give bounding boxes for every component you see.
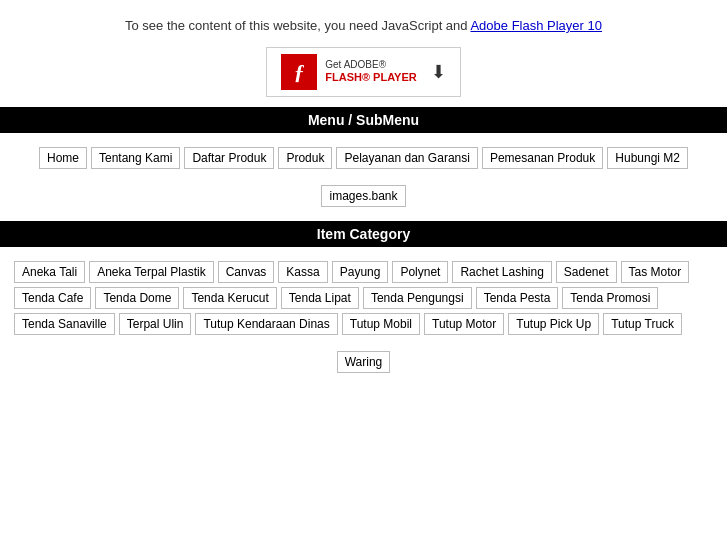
cat-tenda-promosi[interactable]: Tenda Promosi — [562, 287, 658, 309]
menu-item-pemesanan[interactable]: Pemesanan Produk — [482, 147, 603, 169]
category-items-area: Aneka Tali Aneka Terpal Plastik Canvas K… — [0, 251, 727, 345]
cat-waring[interactable]: Waring — [337, 351, 391, 373]
cat-canvas[interactable]: Canvas — [218, 261, 275, 283]
cat-tutup-mobil[interactable]: Tutup Mobil — [342, 313, 420, 335]
flash-icon: ƒ — [281, 54, 317, 90]
menu-items-area: Home Tentang Kami Daftar Produk Produk P… — [0, 137, 727, 179]
menu-header: Menu / SubMenu — [0, 107, 727, 133]
flash-player-label: FLASH® PLAYER — [325, 71, 416, 84]
cat-payung[interactable]: Payung — [332, 261, 389, 283]
cat-tutup-pick-up[interactable]: Tutup Pick Up — [508, 313, 599, 335]
cat-tenda-dome[interactable]: Tenda Dome — [95, 287, 179, 309]
cat-aneka-terpal[interactable]: Aneka Terpal Plastik — [89, 261, 214, 283]
cat-tutup-truck[interactable]: Tutup Truck — [603, 313, 682, 335]
menu-item-pelayanan[interactable]: Pelayanan dan Garansi — [336, 147, 477, 169]
cat-kassa[interactable]: Kassa — [278, 261, 327, 283]
cat-tenda-sanaville[interactable]: Tenda Sanaville — [14, 313, 115, 335]
cat-tenda-cafe[interactable]: Tenda Cafe — [14, 287, 91, 309]
flash-download-box[interactable]: ƒ Get ADOBE® FLASH® PLAYER ⬇ — [266, 47, 460, 97]
top-text: To see the content of this website, you … — [125, 18, 470, 33]
cat-tutup-motor[interactable]: Tutup Motor — [424, 313, 504, 335]
flash-text: Get ADOBE® FLASH® PLAYER — [325, 59, 416, 84]
cat-tas-motor[interactable]: Tas Motor — [621, 261, 690, 283]
category-last-row: Waring — [0, 345, 727, 383]
flash-f-letter: ƒ — [294, 59, 305, 85]
flash-get-label: Get ADOBE® — [325, 59, 416, 71]
menu-item-daftar[interactable]: Daftar Produk — [184, 147, 274, 169]
menu-sub-items-area: images.bank — [0, 179, 727, 217]
flash-download-arrow: ⬇ — [431, 61, 446, 83]
top-message: To see the content of this website, you … — [0, 0, 727, 41]
menu-item-produk[interactable]: Produk — [278, 147, 332, 169]
cat-polynet[interactable]: Polynet — [392, 261, 448, 283]
flash-banner: ƒ Get ADOBE® FLASH® PLAYER ⬇ — [0, 47, 727, 97]
cat-tutup-kendaraan[interactable]: Tutup Kendaraan Dinas — [195, 313, 337, 335]
cat-tenda-kerucut[interactable]: Tenda Kerucut — [183, 287, 276, 309]
menu-item-tentang[interactable]: Tentang Kami — [91, 147, 180, 169]
menu-item-hubungi[interactable]: Hubungi M2 — [607, 147, 688, 169]
cat-aneka-tali[interactable]: Aneka Tali — [14, 261, 85, 283]
cat-tenda-pengungsi[interactable]: Tenda Pengungsi — [363, 287, 472, 309]
cat-sadenet[interactable]: Sadenet — [556, 261, 617, 283]
cat-tenda-lipat[interactable]: Tenda Lipat — [281, 287, 359, 309]
menu-item-images-bank[interactable]: images.bank — [321, 185, 405, 207]
cat-tenda-pesta[interactable]: Tenda Pesta — [476, 287, 559, 309]
category-header: Item Category — [0, 221, 727, 247]
cat-terpal-ulin[interactable]: Terpal Ulin — [119, 313, 192, 335]
menu-item-home[interactable]: Home — [39, 147, 87, 169]
cat-rachet[interactable]: Rachet Lashing — [452, 261, 551, 283]
flash-link[interactable]: Adobe Flash Player 10 — [470, 18, 602, 33]
